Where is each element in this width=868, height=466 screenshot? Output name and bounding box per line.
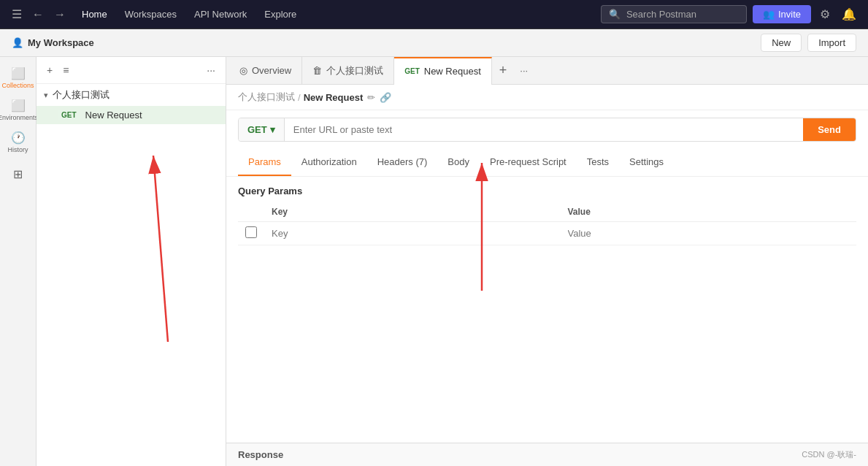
import-button[interactable]: Import <box>807 34 856 52</box>
add-tab-icon[interactable]: + <box>492 63 515 78</box>
history-icon: 🕐 <box>11 131 26 145</box>
sidebar-collections[interactable]: ⬜ Collections <box>4 63 33 92</box>
invite-icon: 👥 <box>763 9 775 20</box>
notification-icon[interactable]: 🔔 <box>839 4 859 24</box>
workspace-label: 👤 My Workspace <box>12 37 94 48</box>
top-nav: Home Workspaces API Network Explore <box>74 6 304 23</box>
left-panel: + ≡ ··· ▾ 个人接口测试 GET New Request <box>37 57 226 466</box>
sidebar-environments[interactable]: ⬜ Environments <box>4 95 33 124</box>
breadcrumb-current: New Request <box>304 92 364 103</box>
value-col-header: Value <box>561 202 857 222</box>
nav-workspaces[interactable]: Workspaces <box>118 6 184 23</box>
response-label: Response <box>238 449 283 460</box>
method-select[interactable]: GET ▾ <box>239 118 285 141</box>
tab-params[interactable]: Params <box>238 149 291 176</box>
history-label: History <box>7 146 28 153</box>
collections-label: Collections <box>1 82 34 89</box>
nav-api-network[interactable]: API Network <box>187 6 254 23</box>
back-icon[interactable]: ← <box>29 5 47 24</box>
invite-label: Invite <box>778 9 801 20</box>
key-cell <box>264 222 561 245</box>
new-button[interactable]: New <box>761 34 802 52</box>
search-placeholder: Search Postman <box>626 9 696 20</box>
tab-overview[interactable]: ◎ Overview <box>229 57 302 85</box>
search-bar[interactable]: 🔍 Search Postman <box>601 5 747 23</box>
breadcrumb-separator: / <box>298 92 301 103</box>
sub-tabs: Params Authorization Headers (7) Body Pr… <box>226 149 868 177</box>
tab-request-label: New Request <box>424 66 481 77</box>
overview-icon: ◎ <box>239 65 247 76</box>
collection-tab-icon: 🗑 <box>312 65 322 76</box>
breadcrumb-parent: 个人接口测试 <box>238 91 295 104</box>
main-layout: ⬜ Collections ⬜ Environments 🕐 History ⊞… <box>0 57 868 466</box>
tab-headers[interactable]: Headers (7) <box>367 149 438 176</box>
chevron-down-icon: ▾ <box>44 91 48 100</box>
tab-new-request[interactable]: GET New Request <box>394 57 492 85</box>
url-bar: GET ▾ Send <box>238 118 856 142</box>
checkbox-col <box>238 202 264 222</box>
sidebar-history[interactable]: 🕐 History <box>4 127 33 156</box>
apps-icon: ⊞ <box>13 167 23 181</box>
sidebar-icons: ⬜ Collections ⬜ Environments 🕐 History ⊞ <box>0 57 37 466</box>
send-button[interactable]: Send <box>803 118 856 141</box>
url-input[interactable] <box>285 118 803 141</box>
add-collection-icon[interactable]: + <box>44 63 55 77</box>
forward-icon[interactable]: → <box>51 5 69 24</box>
table-row <box>238 222 856 245</box>
response-source: CSDN @-耿瑞- <box>802 449 856 460</box>
params-table-header: Key Value <box>238 202 856 222</box>
panel-header: + ≡ ··· <box>37 57 226 84</box>
method-label: GET <box>247 124 267 135</box>
workspace-toolbar: 👤 My Workspace New Import <box>0 29 868 57</box>
content-area: ◎ Overview 🗑 个人接口测试 GET New Request + ··… <box>226 57 868 466</box>
method-chevron-icon: ▾ <box>270 124 275 135</box>
params-table: Key Value <box>238 202 856 245</box>
menu-icon[interactable]: ☰ <box>9 4 25 24</box>
workspace-name: My Workspace <box>28 37 94 48</box>
breadcrumb: 个人接口测试 / New Request <box>238 91 363 104</box>
nav-explore[interactable]: Explore <box>257 6 304 23</box>
tab-collection-label: 个人接口测试 <box>326 64 383 77</box>
environments-icon: ⬜ <box>11 99 26 112</box>
tab-settings[interactable]: Settings <box>619 149 674 176</box>
request-header: 个人接口测试 / New Request ✏ 🔗 <box>226 85 868 110</box>
search-icon: 🔍 <box>609 9 621 20</box>
key-col-header: Key <box>264 202 561 222</box>
filter-icon[interactable]: ≡ <box>60 63 72 77</box>
nav-home[interactable]: Home <box>74 6 115 23</box>
tab-pre-request[interactable]: Pre-request Script <box>480 149 577 176</box>
collections-icon: ⬜ <box>11 66 26 80</box>
query-params-section: Query Params Key Value <box>226 177 868 254</box>
tab-tests[interactable]: Tests <box>577 149 619 176</box>
top-navbar: ☰ ← → Home Workspaces API Network Explor… <box>0 0 868 29</box>
response-section: Response CSDN @-耿瑞- <box>226 443 868 466</box>
key-input[interactable] <box>272 228 553 239</box>
row-checkbox-cell <box>238 222 264 245</box>
row-checkbox[interactable] <box>245 226 257 238</box>
collection-item[interactable]: ▾ 个人接口测试 <box>37 84 226 106</box>
tab-authorization[interactable]: Authorization <box>291 149 367 176</box>
tab-collection[interactable]: 🗑 个人接口测试 <box>302 57 394 85</box>
more-options-icon[interactable]: ··· <box>204 63 218 77</box>
sidebar-apps[interactable]: ⊞ <box>4 159 33 188</box>
environments-label: Environments <box>0 114 38 121</box>
tab-body[interactable]: Body <box>437 149 480 176</box>
value-input[interactable] <box>568 228 850 239</box>
request-name: New Request <box>85 110 142 121</box>
invite-button[interactable]: 👥 Invite <box>753 5 811 23</box>
value-cell <box>561 222 857 245</box>
link-icon[interactable]: 🔗 <box>380 92 391 103</box>
tab-overview-label: Overview <box>252 65 291 76</box>
nav-left: ☰ ← → <box>9 4 69 24</box>
tab-more-icon[interactable]: ··· <box>514 65 534 76</box>
get-method-badge: GET <box>58 110 80 120</box>
workspace-icon: 👤 <box>12 37 23 48</box>
tab-method-badge: GET <box>404 67 420 75</box>
collection-name: 个人接口测试 <box>53 88 110 102</box>
tab-bar: ◎ Overview 🗑 个人接口测试 GET New Request + ··… <box>226 57 868 85</box>
query-params-title: Query Params <box>238 186 856 196</box>
edit-icon[interactable]: ✏ <box>367 92 375 103</box>
settings-icon[interactable]: ⚙ <box>817 4 833 24</box>
request-list-item[interactable]: GET New Request <box>37 106 226 124</box>
